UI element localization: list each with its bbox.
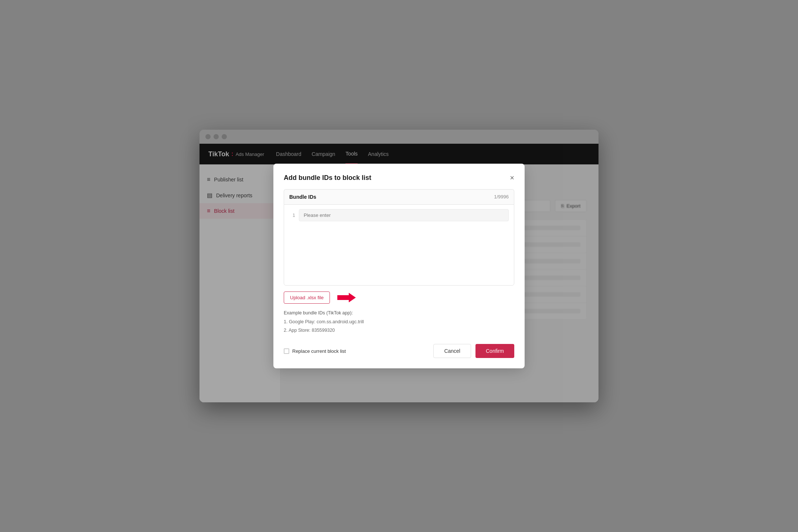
arrow-indicator: [337, 293, 356, 302]
bundle-id-input[interactable]: [299, 209, 509, 221]
modal-overlay: Add bundle IDs to block list × Bundle ID…: [0, 0, 798, 532]
confirm-button[interactable]: Confirm: [475, 344, 514, 358]
examples-section: Example bundle IDs (TikTok app): 1. Goog…: [284, 309, 514, 335]
modal-footer: Replace current block list Cancel Confir…: [284, 344, 514, 358]
replace-checkbox[interactable]: [284, 348, 289, 354]
example-2: 2. App Store: 835599320: [284, 326, 514, 335]
row-number: 1: [289, 212, 295, 218]
bundle-ids-body: 1: [284, 204, 514, 286]
bundle-ids-count: 1/9996: [494, 194, 509, 200]
replace-text: Replace current block list: [292, 348, 346, 354]
example-1: 1. Google Play: com.ss.android.ugc.trill: [284, 318, 514, 327]
upload-xlsx-button[interactable]: Upload .xlsx file: [284, 291, 330, 304]
modal-close-button[interactable]: ×: [510, 174, 514, 181]
bundle-ids-label: Bundle IDs: [289, 194, 316, 200]
modal: Add bundle IDs to block list × Bundle ID…: [273, 164, 525, 368]
replace-label[interactable]: Replace current block list: [284, 348, 346, 354]
upload-section: Upload .xlsx file: [284, 291, 514, 304]
bundle-ids-header: Bundle IDs 1/9996: [284, 189, 514, 204]
bundle-id-row-1: 1: [289, 209, 509, 221]
cancel-button[interactable]: Cancel: [433, 344, 471, 358]
modal-title: Add bundle IDs to block list: [284, 174, 371, 182]
modal-header: Add bundle IDs to block list ×: [284, 174, 514, 182]
examples-title: Example bundle IDs (TikTok app):: [284, 309, 514, 318]
footer-buttons: Cancel Confirm: [433, 344, 514, 358]
